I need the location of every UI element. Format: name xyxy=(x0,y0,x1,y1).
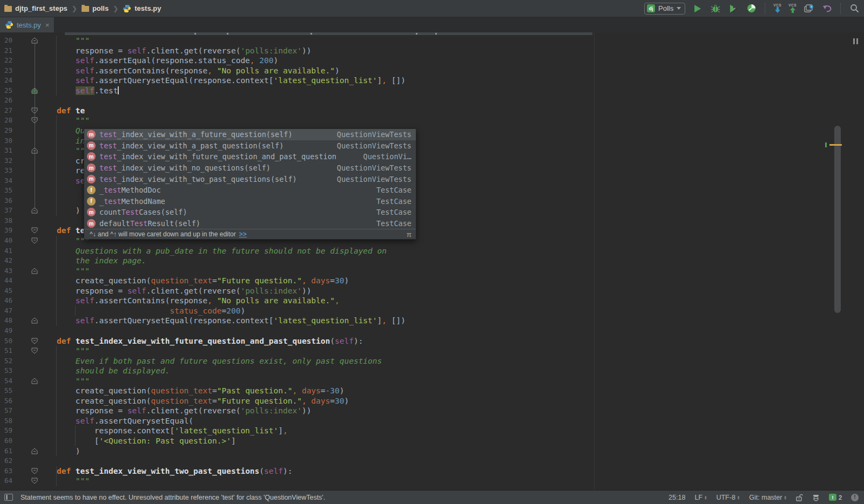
line-separator-widget[interactable]: LF ▲▼ xyxy=(694,494,707,501)
code-editor[interactable]: 2021222324252627282930313233343536373839… xyxy=(0,32,864,490)
profiler-button[interactable] xyxy=(746,3,757,14)
event-log-alert-icon[interactable]: ! xyxy=(851,494,859,501)
line-number[interactable]: 38 xyxy=(4,216,12,226)
line-number[interactable]: 27 xyxy=(4,106,12,116)
hint-more-link[interactable]: >> xyxy=(239,230,247,238)
line-number[interactable]: 30 xyxy=(4,136,12,146)
line-number[interactable]: 22 xyxy=(4,56,12,66)
line-number[interactable]: 61 xyxy=(4,446,12,457)
run-configuration-selector[interactable]: dj Polls xyxy=(644,3,685,15)
line-number[interactable]: 64 xyxy=(4,476,12,486)
completion-item[interactable]: f_testMethodNameTestCase xyxy=(84,196,416,207)
line-number[interactable]: 39 xyxy=(4,226,12,236)
run-with-coverage-button[interactable] xyxy=(728,3,739,14)
rollback-button[interactable] xyxy=(821,3,832,14)
readonly-lock-button[interactable] xyxy=(796,494,803,501)
inspections-widget-icon[interactable] xyxy=(853,38,859,44)
line-number[interactable]: 47 xyxy=(4,306,12,316)
run-button[interactable] xyxy=(692,3,703,14)
line-number[interactable]: 31 xyxy=(4,146,12,156)
line-number[interactable]: 46 xyxy=(4,296,12,306)
line-number[interactable]: 23 xyxy=(4,66,12,76)
line-number[interactable]: 50 xyxy=(4,336,12,346)
highlighting-level-button[interactable] xyxy=(812,494,820,501)
line-number[interactable]: 42 xyxy=(4,256,12,266)
encoding-widget[interactable]: UTF-8 ▲▼ xyxy=(716,494,740,501)
completion-item[interactable]: mtest_index_view_with_two_past_questions… xyxy=(84,173,416,185)
vcs-commit-button[interactable]: VCS xyxy=(788,4,796,13)
completion-item[interactable]: mtest_index_view_with_future_question_an… xyxy=(84,151,416,162)
line-number[interactable]: 52 xyxy=(4,356,12,366)
breadcrumb-file[interactable]: tests.py xyxy=(123,4,161,13)
line-number[interactable]: 24 xyxy=(4,76,12,86)
completion-item[interactable]: f_testMethodDocTestCase xyxy=(84,185,416,196)
vcs-update-button[interactable]: VCS xyxy=(773,4,781,13)
line-number[interactable]: 48 xyxy=(4,316,12,326)
fold-marker-icon[interactable] xyxy=(31,147,38,154)
fold-marker-icon[interactable] xyxy=(31,117,38,124)
line-number[interactable]: 63 xyxy=(4,466,12,476)
fold-marker-icon[interactable] xyxy=(31,207,38,214)
line-number[interactable]: 56 xyxy=(4,396,12,406)
line-number[interactable]: 21 xyxy=(4,46,12,56)
fold-marker-icon[interactable] xyxy=(31,347,38,355)
breadcrumb-polls[interactable]: polls xyxy=(82,4,109,12)
line-number[interactable]: 44 xyxy=(4,276,12,286)
fold-marker-icon[interactable] xyxy=(31,37,38,44)
line-number[interactable]: 43 xyxy=(4,266,12,276)
line-number[interactable]: 33 xyxy=(4,166,12,176)
fold-marker-icon[interactable] xyxy=(31,87,38,94)
fold-marker-icon[interactable] xyxy=(31,317,38,324)
breadcrumb-project[interactable]: djtp_first_steps xyxy=(4,4,68,12)
line-number[interactable]: 32 xyxy=(4,156,12,166)
line-number[interactable]: 51 xyxy=(4,346,12,356)
close-icon[interactable]: × xyxy=(44,22,50,29)
fold-marker-icon[interactable] xyxy=(31,467,38,475)
tab-tests-py[interactable]: tests.py × xyxy=(0,17,55,32)
line-number[interactable]: 41 xyxy=(4,246,12,256)
line-number[interactable]: 45 xyxy=(4,286,12,296)
line-number[interactable]: 37 xyxy=(4,206,12,216)
search-everywhere-button[interactable] xyxy=(849,3,860,14)
completion-item[interactable]: mdefaultTestResult(self)TestCase xyxy=(84,218,416,229)
fold-marker-icon[interactable] xyxy=(31,227,38,234)
completion-item[interactable]: mtest_index_view_with_no_questions(self)… xyxy=(84,162,416,174)
completion-item[interactable]: mtest_index_view_with_a_future_question(… xyxy=(84,129,416,140)
fold-marker-icon[interactable] xyxy=(31,267,38,275)
line-number[interactable]: 26 xyxy=(4,96,12,106)
local-history-button[interactable] xyxy=(804,3,814,14)
line-number[interactable]: 62 xyxy=(4,456,12,466)
line-number[interactable]: 25 xyxy=(4,86,12,96)
line-number[interactable]: 59 xyxy=(4,426,12,436)
fold-marker-icon[interactable] xyxy=(31,107,38,114)
line-number[interactable]: 36 xyxy=(4,196,12,206)
line-number[interactable]: 57 xyxy=(4,406,12,416)
fold-marker-icon[interactable] xyxy=(31,377,38,385)
line-number[interactable]: 34 xyxy=(4,176,12,186)
line-number[interactable]: 29 xyxy=(4,126,12,136)
caret-position-widget[interactable]: 25:18 xyxy=(669,494,685,501)
line-number[interactable]: 55 xyxy=(4,386,12,396)
git-branch-widget[interactable]: Git: master ▲▼ xyxy=(749,494,787,501)
line-number[interactable]: 28 xyxy=(4,115,12,126)
line-number[interactable]: 20 xyxy=(4,36,12,46)
fold-marker-icon[interactable] xyxy=(31,337,38,345)
fold-marker-icon[interactable] xyxy=(31,477,38,485)
fold-marker-icon[interactable] xyxy=(31,237,38,244)
line-number[interactable]: 58 xyxy=(4,416,12,426)
line-number[interactable]: 49 xyxy=(4,326,12,336)
completion-item[interactable]: mcountTestCases(self)TestCase xyxy=(84,207,416,218)
line-number[interactable]: 53 xyxy=(4,366,12,376)
notifications-widget[interactable]: ! 2 xyxy=(829,494,842,501)
fold-marker-icon[interactable] xyxy=(31,447,38,455)
warning-stripe-mark[interactable] xyxy=(829,144,842,146)
line-number[interactable]: 60 xyxy=(4,436,12,446)
line-number[interactable]: 54 xyxy=(4,376,12,386)
relevance-sort-icon[interactable]: π xyxy=(407,230,411,239)
vertical-scrollbar[interactable] xyxy=(834,126,841,313)
line-number[interactable]: 35 xyxy=(4,186,12,196)
toolwindow-switcher-icon[interactable] xyxy=(4,494,13,501)
completion-item[interactable]: mtest_index_view_with_a_past_question(se… xyxy=(84,140,416,152)
line-number[interactable]: 40 xyxy=(4,236,12,246)
debug-button[interactable] xyxy=(710,3,721,14)
